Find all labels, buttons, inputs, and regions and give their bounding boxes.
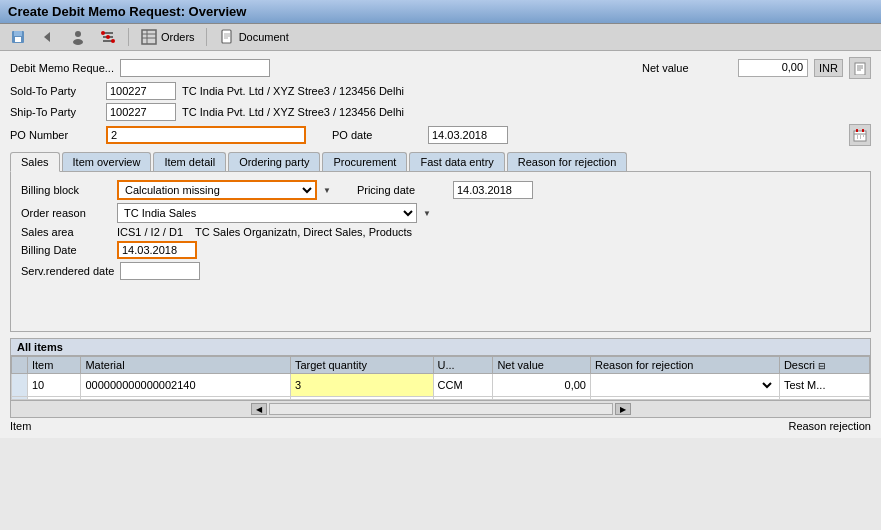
currency-label: INR: [814, 59, 843, 77]
sold-to-party-row: Sold-To Party TC India Pvt. Ltd / XYZ St…: [10, 82, 871, 100]
toolbar: Orders Document: [0, 24, 881, 51]
table-row: 10 000000000000002140 3 CCM 0,00 Test M.…: [12, 374, 870, 397]
tab-sales[interactable]: Sales: [10, 152, 60, 172]
item-label: Item: [10, 420, 31, 432]
document-label: Document: [239, 31, 289, 43]
save-icon: [9, 28, 27, 46]
billing-date-row: Billing Date: [21, 241, 860, 259]
svg-rect-9: [101, 31, 105, 35]
scroll-right-btn[interactable]: ▶: [615, 403, 631, 415]
ship-to-party-row: Ship-To Party TC India Pvt. Ltd / XYZ St…: [10, 103, 871, 121]
svg-rect-12: [142, 30, 156, 44]
material-cell: 000000000000002140: [81, 374, 290, 397]
settings-icon: [99, 28, 117, 46]
order-reason-arrow: ▼: [423, 209, 431, 218]
svg-rect-26: [856, 129, 858, 132]
reason-rejection-label: Reason rejection: [788, 420, 871, 432]
header-form: Debit Memo Reque... Net value 0,00 INR S…: [10, 57, 871, 146]
col-header-item: Item: [28, 357, 81, 374]
debit-memo-label: Debit Memo Reque...: [10, 62, 114, 74]
po-date-label: PO date: [332, 129, 422, 141]
serv-rendered-row: Serv.rendered date: [21, 262, 860, 280]
ship-to-party-label: Ship-To Party: [10, 106, 100, 118]
document-button[interactable]: Document: [215, 27, 292, 47]
sold-to-party-label: Sold-To Party: [10, 85, 100, 97]
net-value-display: 0,00: [738, 59, 808, 77]
col-header-unit: U...: [433, 357, 493, 374]
page-title: Create Debit Memo Request: Overview: [8, 4, 246, 19]
billing-date-label: Billing Date: [21, 244, 111, 256]
svg-rect-20: [855, 63, 865, 75]
debit-memo-row: Debit Memo Reque... Net value 0,00 INR: [10, 57, 871, 79]
pricing-date-input[interactable]: [453, 181, 533, 199]
resize-icon: ⊟: [818, 361, 826, 371]
calendar-button[interactable]: [849, 124, 871, 146]
user-icon: [69, 28, 87, 46]
settings-button[interactable]: [96, 27, 120, 47]
billing-block-label: Billing block: [21, 184, 111, 196]
po-date-input[interactable]: [428, 126, 508, 144]
billing-block-select[interactable]: Calculation missing: [117, 180, 317, 200]
serv-rendered-input[interactable]: [120, 262, 200, 280]
title-bar: Create Debit Memo Request: Overview: [0, 0, 881, 24]
target-qty-cell[interactable]: 3: [290, 374, 433, 397]
billing-date-input[interactable]: [117, 241, 197, 259]
tab-procurement[interactable]: Procurement: [322, 152, 407, 171]
billing-block-arrow: ▼: [323, 186, 331, 195]
svg-point-4: [75, 31, 81, 37]
pricing-date-label: Pricing date: [357, 184, 447, 196]
sold-to-party-desc: TC India Pvt. Ltd / XYZ Stree3 / 123456 …: [182, 85, 404, 97]
sales-area-label: Sales area: [21, 226, 111, 238]
tab-item-detail[interactable]: Item detail: [153, 152, 226, 171]
ship-to-party-desc: TC India Pvt. Ltd / XYZ Stree3 / 123456 …: [182, 106, 404, 118]
tab-item-overview[interactable]: Item overview: [62, 152, 152, 171]
po-number-input[interactable]: [106, 126, 306, 144]
col-header-row-num: [12, 357, 28, 374]
tab-reason-for-rejection[interactable]: Reason for rejection: [507, 152, 627, 171]
svg-rect-2: [15, 37, 21, 42]
sales-area-row: Sales area ICS1 / I2 / D1 TC Sales Organ…: [21, 226, 860, 238]
all-items-header: All items: [11, 339, 870, 356]
attachment-button[interactable]: [849, 57, 871, 79]
main-content: Debit Memo Reque... Net value 0,00 INR S…: [0, 51, 881, 438]
sales-area-code: ICS1 / I2 / D1: [117, 226, 183, 238]
tab-ordering-party[interactable]: Ordering party: [228, 152, 320, 171]
order-reason-row: Order reason TC India Sales ▼: [21, 203, 860, 223]
table-icon: [140, 28, 158, 46]
user-button[interactable]: [66, 27, 90, 47]
rejection-reason-cell[interactable]: [590, 374, 779, 397]
item-cell: 10: [28, 374, 81, 397]
row-selector[interactable]: [12, 374, 28, 397]
tabs-container: Sales Item overview Item detail Ordering…: [10, 152, 871, 172]
horizontal-scrollbar: ◀ ▶: [11, 400, 870, 417]
svg-point-5: [73, 39, 83, 45]
serv-rendered-label: Serv.rendered date: [21, 265, 114, 277]
col-header-reason-rejection: Reason for rejection: [590, 357, 779, 374]
back-icon: [39, 28, 57, 46]
sold-to-party-input[interactable]: [106, 82, 176, 100]
separator-1: [128, 28, 129, 46]
unit-cell: CCM: [433, 374, 493, 397]
billing-block-row: Billing block Calculation missing ▼ Pric…: [21, 180, 860, 200]
back-button[interactable]: [36, 27, 60, 47]
svg-rect-11: [111, 39, 115, 43]
col-header-net-value: Net value: [493, 357, 591, 374]
order-reason-label: Order reason: [21, 207, 111, 219]
svg-rect-1: [14, 31, 22, 36]
col-header-description: Descri ⊟: [779, 357, 869, 374]
tab-content-sales: Billing block Calculation missing ▼ Pric…: [10, 172, 871, 332]
svg-marker-3: [44, 32, 50, 42]
debit-memo-input[interactable]: [120, 59, 270, 77]
net-value-label: Net value: [642, 62, 732, 74]
po-number-row: PO Number PO date: [10, 124, 871, 146]
save-button[interactable]: [6, 27, 30, 47]
tab-fast-data-entry[interactable]: Fast data entry: [409, 152, 504, 171]
items-table: Item Material Target quantity U... Net v…: [11, 356, 870, 400]
scroll-track[interactable]: [269, 403, 613, 415]
rejection-reason-select[interactable]: [595, 375, 775, 395]
order-reason-select[interactable]: TC India Sales: [117, 203, 417, 223]
ship-to-party-input[interactable]: [106, 103, 176, 121]
description-cell: Test M...: [779, 374, 869, 397]
orders-button[interactable]: Orders: [137, 27, 198, 47]
scroll-left-btn[interactable]: ◀: [251, 403, 267, 415]
